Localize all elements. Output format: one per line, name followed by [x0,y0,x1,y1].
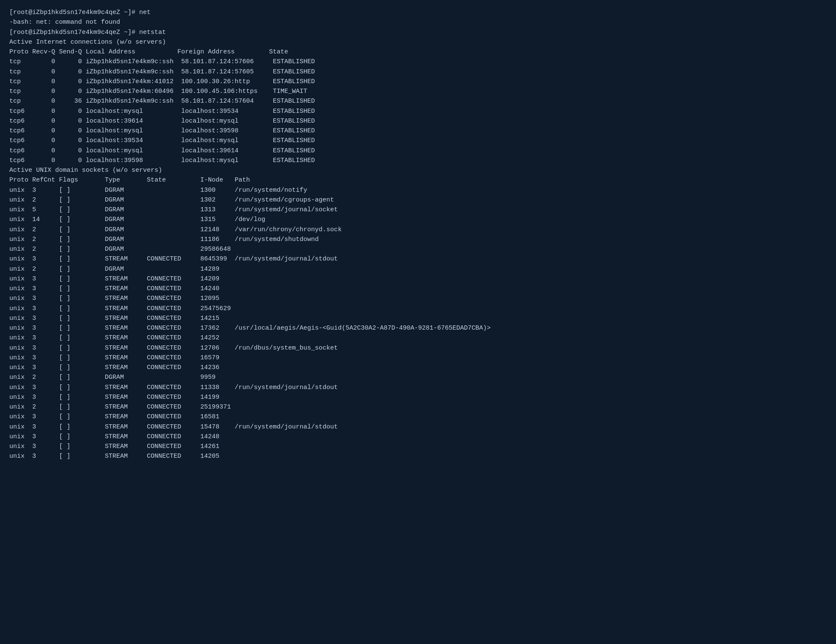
terminal-line: tcp 0 0 iZbp1hkd5sn17e4km:41012 100.100.… [9,77,827,87]
terminal-line: [root@iZbp1hkd5sn17e4km9c4qeZ ~]# net [9,8,827,17]
terminal-line: Proto RefCnt Flags Type State I-Node Pat… [9,175,827,185]
terminal-line: unix 3 [ ] STREAM CONNECTED 16579 [9,353,827,363]
terminal-line: tcp6 0 0 localhost:39614 localhost:mysql… [9,116,827,126]
terminal-line: unix 5 [ ] DGRAM 1313 /run/systemd/journ… [9,205,827,215]
terminal-line: Active Internet connections (w/o servers… [9,37,827,47]
terminal-line: unix 3 [ ] DGRAM 1300 /run/systemd/notif… [9,185,827,195]
terminal-line: unix 3 [ ] STREAM CONNECTED 8645399 /run… [9,254,827,264]
terminal-line: unix 14 [ ] DGRAM 1315 /dev/log [9,215,827,224]
terminal-line: unix 3 [ ] STREAM CONNECTED 12095 [9,294,827,303]
terminal-line: unix 2 [ ] DGRAM 9959 [9,372,827,382]
terminal-line: unix 2 [ ] STREAM CONNECTED 25199371 [9,402,827,412]
terminal-output: [root@iZbp1hkd5sn17e4km9c4qeZ ~]# net-ba… [9,8,827,462]
terminal-line: unix 3 [ ] STREAM CONNECTED 25475629 [9,304,827,314]
terminal-line: [root@iZbp1hkd5sn17e4km9c4qeZ ~]# netsta… [9,28,827,37]
terminal-line: unix 3 [ ] STREAM CONNECTED 14261 [9,442,827,451]
terminal-line: unix 3 [ ] STREAM CONNECTED 14205 [9,451,827,461]
terminal-line: unix 2 [ ] DGRAM 1302 /run/systemd/cgrou… [9,195,827,205]
terminal-line: unix 3 [ ] STREAM CONNECTED 14209 [9,274,827,284]
terminal-line: -bash: net: command not found [9,17,827,27]
terminal-line: tcp6 0 0 localhost:mysql localhost:39534… [9,106,827,116]
terminal-line: unix 3 [ ] STREAM CONNECTED 11338 /run/s… [9,383,827,392]
terminal-line: unix 3 [ ] STREAM CONNECTED 14199 [9,392,827,402]
terminal-line: unix 2 [ ] DGRAM 12148 /var/run/chrony/c… [9,225,827,235]
terminal-line: tcp6 0 0 localhost:mysql localhost:39598… [9,126,827,136]
terminal-line: unix 3 [ ] STREAM CONNECTED 14248 [9,432,827,442]
terminal-line: unix 3 [ ] STREAM CONNECTED 12706 /run/d… [9,343,827,353]
terminal-line: Proto Recv-Q Send-Q Local Address Foreig… [9,47,827,57]
terminal-line: unix 3 [ ] STREAM CONNECTED 16581 [9,412,827,422]
terminal-line: unix 3 [ ] STREAM CONNECTED 14252 [9,333,827,343]
terminal-line: tcp 0 0 iZbp1hkd5sn17e4km9c:ssh 58.101.8… [9,57,827,67]
terminal-line: unix 3 [ ] STREAM CONNECTED 17362 /usr/l… [9,323,827,333]
terminal-line: unix 2 [ ] DGRAM 11186 /run/systemd/shut… [9,235,827,244]
terminal-line: unix 3 [ ] STREAM CONNECTED 14215 [9,314,827,323]
terminal-line: tcp 0 36 iZbp1hkd5sn17e4km9c:ssh 58.101.… [9,96,827,106]
terminal-line: unix 3 [ ] STREAM CONNECTED 14236 [9,363,827,372]
terminal-line: tcp6 0 0 localhost:mysql localhost:39614… [9,146,827,156]
terminal-line: tcp6 0 0 localhost:39534 localhost:mysql… [9,136,827,146]
terminal-line: tcp 0 0 iZbp1hkd5sn17e4km9c:ssh 58.101.8… [9,67,827,77]
terminal-line: unix 2 [ ] DGRAM 29586648 [9,244,827,254]
terminal-line: tcp6 0 0 localhost:39598 localhost:mysql… [9,156,827,165]
terminal-line: unix 3 [ ] STREAM CONNECTED 15478 /run/s… [9,422,827,432]
terminal-line: unix 2 [ ] DGRAM 14289 [9,264,827,274]
terminal-line: tcp 0 0 iZbp1hkd5sn17e4km:60496 100.100.… [9,87,827,96]
terminal-line: unix 3 [ ] STREAM CONNECTED 14240 [9,284,827,294]
terminal-line: Active UNIX domain sockets (w/o servers) [9,165,827,175]
